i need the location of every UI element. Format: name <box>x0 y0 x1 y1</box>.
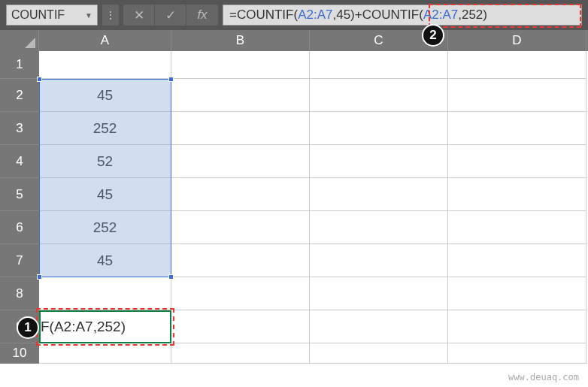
cell-B5[interactable] <box>171 178 310 211</box>
cell-C2[interactable] <box>310 79 448 112</box>
name-box[interactable]: COUNTIF ▼ <box>6 5 98 26</box>
cancel-button[interactable]: ✕ <box>123 5 155 26</box>
grid-row: 3 252 <box>0 112 588 145</box>
grid-row: 4 52 <box>0 145 588 178</box>
grid-row: 5 45 <box>0 178 588 211</box>
x-icon: ✕ <box>134 8 144 23</box>
select-all-corner[interactable] <box>0 30 39 51</box>
cell-B6[interactable] <box>171 211 310 244</box>
cell-C6[interactable] <box>310 211 448 244</box>
cell-D10[interactable] <box>448 343 586 364</box>
cell-C9[interactable] <box>310 310 448 343</box>
triangle-icon <box>25 38 35 48</box>
grid-row: 7 45 <box>0 244 588 277</box>
cell-D5[interactable] <box>448 178 586 211</box>
formula-buttons: ✕ ✓ fx <box>123 5 218 26</box>
row-header-10[interactable]: 10 <box>0 343 39 364</box>
grid-row: 8 <box>0 277 588 310</box>
cell-C4[interactable] <box>310 145 448 178</box>
row-header-4[interactable]: 4 <box>0 145 39 178</box>
row-header-3[interactable]: 3 <box>0 112 39 145</box>
check-icon: ✓ <box>165 8 176 23</box>
name-box-value: COUNTIF <box>11 8 65 22</box>
cell-D6[interactable] <box>448 211 586 244</box>
cell-B7[interactable] <box>171 244 310 277</box>
row-header-7[interactable]: 7 <box>0 244 39 277</box>
cell-C5[interactable] <box>310 178 448 211</box>
cell-B9[interactable] <box>171 310 310 343</box>
confirm-button[interactable]: ✓ <box>155 5 186 26</box>
grid-row: 10 <box>0 343 588 364</box>
watermark: www.deuaq.com <box>508 372 579 382</box>
cell-A7[interactable]: 45 <box>39 244 171 277</box>
cell-C8[interactable] <box>310 277 448 310</box>
annotation-callout-2: 2 <box>422 24 444 47</box>
formula-bar[interactable]: =COUNTIF(A2:A7,45)+COUNTIF(A2:A7,252) <box>223 5 582 26</box>
formula-toolbar: COUNTIF ▼ ⋮ ✕ ✓ fx =COUNTIF(A2:A7,45)+CO… <box>0 0 588 30</box>
formula-text: =COUNTIF(A2:A7,45)+COUNTIF(A2:A7,252) <box>229 8 487 23</box>
cell-C7[interactable] <box>310 244 448 277</box>
cell-B3[interactable] <box>171 112 310 145</box>
cell-A9[interactable]: F(A2:A7,252) <box>39 310 171 343</box>
cell-B8[interactable] <box>171 277 310 310</box>
column-header-D[interactable]: D <box>448 30 586 51</box>
grid-row: 9 F(A2:A7,252) <box>0 310 588 343</box>
cell-B10[interactable] <box>171 343 310 364</box>
svg-marker-0 <box>25 38 35 48</box>
cell-B4[interactable] <box>171 145 310 178</box>
row-header-6[interactable]: 6 <box>0 211 39 244</box>
divider-icon: ⋮ <box>102 5 119 26</box>
cell-B1[interactable] <box>171 51 310 79</box>
cell-D9[interactable] <box>448 310 586 343</box>
column-header-B[interactable]: B <box>171 30 310 51</box>
grid-row: 2 45 <box>0 79 588 112</box>
column-header-A[interactable]: A <box>39 30 171 51</box>
cell-D3[interactable] <box>448 112 586 145</box>
cell-A1[interactable] <box>39 51 171 79</box>
cell-A4[interactable]: 52 <box>39 145 171 178</box>
cell-D4[interactable] <box>448 145 586 178</box>
row-header-8[interactable]: 8 <box>0 277 39 310</box>
chevron-down-icon[interactable]: ▼ <box>85 11 92 20</box>
cell-D8[interactable] <box>448 277 586 310</box>
cell-C1[interactable] <box>310 51 448 79</box>
cell-A5[interactable]: 45 <box>39 178 171 211</box>
cell-D7[interactable] <box>448 244 586 277</box>
annotation-callout-1: 1 <box>17 316 39 339</box>
cell-D1[interactable] <box>448 51 586 79</box>
cell-A6[interactable]: 252 <box>39 211 171 244</box>
cell-C3[interactable] <box>310 112 448 145</box>
cell-A8[interactable] <box>39 277 171 310</box>
column-header-row: A B C D <box>0 30 588 51</box>
fx-icon: fx <box>197 8 207 23</box>
fx-button[interactable]: fx <box>186 5 218 26</box>
row-header-2[interactable]: 2 <box>0 79 39 112</box>
row-header-1[interactable]: 1 <box>0 51 39 79</box>
row-header-5[interactable]: 5 <box>0 178 39 211</box>
cell-D2[interactable] <box>448 79 586 112</box>
grid-row: 6 252 <box>0 211 588 244</box>
cell-A10[interactable] <box>39 343 171 364</box>
grid-row: 1 <box>0 51 588 79</box>
cell-A3[interactable]: 252 <box>39 112 171 145</box>
cell-B2[interactable] <box>171 79 310 112</box>
cell-A2[interactable]: 45 <box>39 79 171 112</box>
spreadsheet-grid: A B C D 1 2 45 3 252 4 52 5 45 <box>0 30 588 364</box>
cell-C10[interactable] <box>310 343 448 364</box>
